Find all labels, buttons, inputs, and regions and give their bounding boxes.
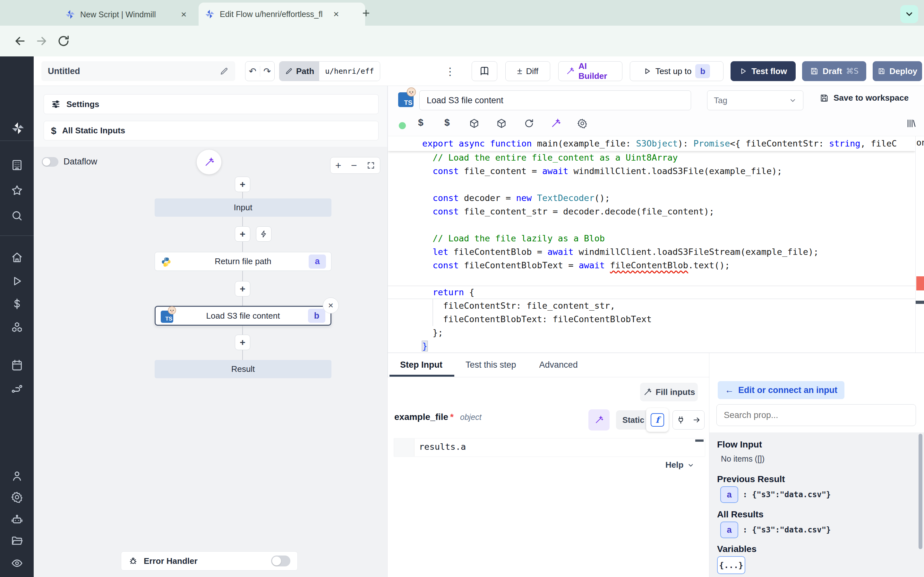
flow-result-node[interactable]: Result <box>155 360 331 378</box>
code-line[interactable]: return { <box>388 285 915 299</box>
windmill-logo-icon[interactable] <box>11 121 25 135</box>
workers-robot-icon[interactable] <box>11 513 23 526</box>
audit-eye-icon[interactable] <box>11 557 23 570</box>
tab-advanced[interactable]: Advanced <box>540 360 578 370</box>
test-flow-button[interactable]: Test flow <box>730 61 796 81</box>
code-editor[interactable]: export async function main(example_file:… <box>388 136 915 353</box>
arrow-right-icon[interactable] <box>692 416 701 424</box>
ai-fill-field-button[interactable] <box>588 409 610 430</box>
edit-or-connect-button[interactable]: ← Edit or connect an input <box>718 381 845 399</box>
folders-icon[interactable] <box>11 534 23 547</box>
code-line[interactable]: const fileContentBlobText = await fileCo… <box>388 259 915 272</box>
result-badge[interactable]: a <box>720 486 738 503</box>
expr-text[interactable]: results.a <box>419 442 466 452</box>
fx-option-selected[interactable]: f <box>646 408 669 432</box>
flow-ai-button[interactable] <box>197 150 221 174</box>
redo-button[interactable]: ↷ <box>260 66 275 77</box>
tab-search-button[interactable] <box>900 5 918 23</box>
new-tab-icon[interactable] <box>360 8 372 19</box>
code-line[interactable]: const file_content_str = decoder.decode(… <box>388 205 915 218</box>
fill-inputs-button[interactable]: Fill inputs <box>640 383 698 401</box>
assets-dollar-icon[interactable]: $ <box>418 117 423 128</box>
editor-settings-gear-icon[interactable] <box>577 118 588 129</box>
forward-icon[interactable] <box>35 34 49 48</box>
code-line[interactable]: let fileContentBlob = await windmillClie… <box>388 245 915 259</box>
code-line[interactable]: // Load the entire file_content as a Uin… <box>388 151 915 164</box>
path-value[interactable]: u/henri/eff <box>319 61 380 81</box>
workspace-icon[interactable] <box>11 159 23 171</box>
static-option[interactable]: Static <box>622 416 644 425</box>
users-icon[interactable] <box>11 470 23 482</box>
code-line[interactable]: fileContentStr: file_content_str, <box>388 299 915 313</box>
flow-canvas[interactable]: Dataflow + − + Input + Return file path <box>34 147 388 577</box>
code-line[interactable]: // Load the file lazily as a Blob <box>388 232 915 245</box>
reload-icon[interactable] <box>523 118 535 129</box>
scrollbar-thumb[interactable] <box>916 301 924 304</box>
save-to-workspace-button[interactable]: Save to workspace <box>819 93 909 103</box>
code-line[interactable] <box>388 218 915 232</box>
path-label-segment[interactable]: Path <box>279 61 319 81</box>
deploy-button[interactable]: Deploy <box>873 61 922 81</box>
expr-editor[interactable]: results.a <box>415 438 705 456</box>
editor-overview-ruler[interactable] <box>915 136 924 353</box>
resources-icon[interactable] <box>11 321 23 334</box>
search-icon[interactable] <box>11 210 23 222</box>
error-handler-row[interactable]: Error Handler <box>121 551 298 571</box>
fit-view-icon[interactable] <box>367 161 375 169</box>
props-scrollbar[interactable] <box>919 434 922 549</box>
zoom-in-icon[interactable]: + <box>335 160 341 171</box>
runs-icon[interactable] <box>11 275 23 287</box>
code-lines[interactable]: // Load the entire file_content as a Uin… <box>388 136 915 353</box>
tab-test-this-step[interactable]: Test this step <box>465 360 516 370</box>
variables-badge[interactable]: {...} <box>717 556 745 574</box>
ai-wand-icon[interactable] <box>550 118 561 129</box>
tab-close-icon[interactable]: × <box>333 9 339 19</box>
schedules-icon[interactable] <box>11 359 23 372</box>
docs-button[interactable] <box>472 61 497 81</box>
error-handler-toggle[interactable] <box>271 556 290 566</box>
flow-node-a[interactable]: Return file path a <box>155 252 331 271</box>
add-trigger-button[interactable] <box>256 226 271 242</box>
edit-pencil-icon[interactable] <box>219 66 229 76</box>
package-icon[interactable] <box>496 118 507 129</box>
add-step-button[interactable]: + <box>235 177 250 192</box>
test-up-to-button[interactable]: Test up to b <box>630 61 724 81</box>
remove-node-icon[interactable]: × <box>323 298 339 314</box>
browser-tab-inactive[interactable]: New Script | Windmill × <box>59 3 208 26</box>
all-results-row[interactable]: a : {"s3":"data.csv"} <box>720 522 831 538</box>
dataflow-toggle[interactable] <box>42 157 58 167</box>
settings-gear-icon[interactable] <box>11 491 23 504</box>
code-line[interactable]: } <box>388 340 915 353</box>
variables-icon[interactable] <box>11 298 23 310</box>
more-options-kebab-icon[interactable]: ⋮ <box>445 63 455 79</box>
path-control[interactable]: Path u/henri/eff <box>279 61 380 81</box>
undo-button[interactable]: ↶ <box>246 66 260 77</box>
code-line[interactable]: fileContentBlobText: fileContentBlobText <box>388 313 915 326</box>
all-static-inputs-button[interactable]: $ All Static Inputs <box>44 121 379 140</box>
reload-icon[interactable] <box>57 34 71 48</box>
flow-node-b-selected[interactable]: TS Load S3 file content b × <box>155 306 331 326</box>
add-step-button[interactable]: + <box>235 281 250 297</box>
diff-button[interactable]: ± Diff <box>505 61 550 81</box>
search-prop-input[interactable] <box>716 404 916 426</box>
tab-step-input[interactable]: Step Input <box>400 360 443 370</box>
help-dropdown[interactable]: Help <box>666 460 694 470</box>
add-step-button[interactable]: + <box>235 226 250 242</box>
result-badge[interactable]: a <box>720 522 738 538</box>
tag-select[interactable]: Tag <box>707 90 803 110</box>
code-line[interactable]: const file_content = await windmillClien… <box>388 164 915 178</box>
draft-button[interactable]: Draft ⌘S <box>802 61 866 81</box>
flow-name-field[interactable]: Untitled <box>41 61 235 81</box>
code-line[interactable]: const decoder = new TextDecoder(); <box>388 191 915 205</box>
code-line[interactable] <box>388 272 915 285</box>
add-step-button[interactable]: + <box>235 335 250 350</box>
previous-result-row[interactable]: a : {"s3":"data.csv"} <box>720 486 831 503</box>
step-title-input[interactable] <box>419 90 691 110</box>
code-line[interactable] <box>388 178 915 191</box>
favorites-star-icon[interactable] <box>11 184 23 197</box>
zoom-out-icon[interactable]: − <box>351 160 357 171</box>
settings-button[interactable]: Settings <box>44 94 379 114</box>
flow-input-node[interactable]: Input <box>155 198 331 217</box>
home-icon[interactable] <box>11 251 23 264</box>
library-icon[interactable] <box>906 118 917 129</box>
